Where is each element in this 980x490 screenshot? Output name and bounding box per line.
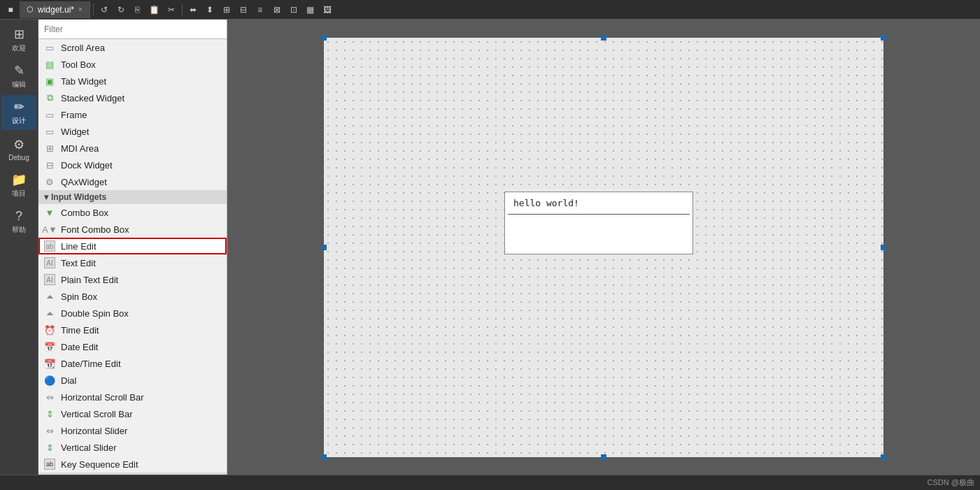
toolbar-align2[interactable]: ⬍ [202, 2, 218, 17]
debug-icon: ⚙ [13, 137, 24, 152]
canvas-textbox[interactable]: hello world! [504, 192, 693, 254]
handle-top-left [321, 35, 327, 41]
input-widgets-category[interactable]: ▾ Input Widgets [38, 190, 227, 204]
widget-frame[interactable]: ▭ Frame [38, 106, 227, 123]
iconbar-welcome[interactable]: ⊞ 欢迎 [1, 22, 36, 57]
filter-input[interactable] [38, 20, 227, 39]
combo-box-icon: ▼ [44, 207, 55, 218]
widget-text-edit[interactable]: AI Text Edit [38, 254, 227, 271]
tab-icon: ⬡ [27, 5, 34, 14]
widget-font-combo-box[interactable]: A▼ Font Combo Box [38, 221, 227, 238]
toolbar-align7[interactable]: ⊡ [286, 2, 301, 17]
tab-label: widget.ui* [38, 5, 74, 15]
iconbar-debug[interactable]: ⚙ Debug [1, 131, 36, 166]
widget-line-edit[interactable]: ab Line Edit [38, 238, 227, 254]
iconbar-help[interactable]: ? 帮助 [1, 204, 36, 239]
active-tab[interactable]: ⬡ widget.ui* × [20, 1, 90, 18]
widget-h-slider[interactable]: ⇔ Horizontal Slider [38, 422, 227, 439]
key-seq-edit-icon: ab [44, 459, 55, 470]
widget-stacked[interactable]: ⧉ Stacked Widget [38, 89, 227, 106]
widget-qaxwidget[interactable]: ⚙ QAxWidget [38, 173, 227, 190]
widget-mdi-area[interactable]: ⊞ MDI Area [38, 140, 227, 157]
watermark: CSDN @极曲 [928, 477, 974, 488]
handle-mid-right [881, 245, 886, 250]
main-layout: ⊞ 欢迎 ✎ 编辑 ✏ 设计 ⚙ Debug 📁 项目 ? 帮助 ▭ [0, 20, 980, 475]
v-scrollbar-icon: ⇕ [44, 408, 55, 419]
scroll-area-icon: ▭ [44, 42, 55, 53]
input-widgets-collapse-icon: ▾ [44, 192, 48, 202]
widget-icon: ▭ [44, 126, 55, 137]
handle-bottom-right [881, 454, 886, 460]
toolbar-redo[interactable]: ↻ [113, 2, 129, 17]
toolbar-undo[interactable]: ↺ [97, 2, 112, 17]
left-iconbar: ⊞ 欢迎 ✎ 编辑 ✏ 设计 ⚙ Debug 📁 项目 ? 帮助 [0, 20, 38, 475]
widget-scroll-area[interactable]: ▭ Scroll Area [38, 39, 227, 56]
toolbar-sep-1 [93, 3, 94, 16]
help-icon: ? [15, 209, 22, 224]
toolbar-sep-2 [182, 3, 183, 16]
tab-widget-icon: ▣ [44, 75, 55, 87]
widget-time-edit[interactable]: ⏰ Time Edit [38, 322, 227, 338]
toolbar-copy[interactable]: ⎘ [130, 2, 145, 17]
widget-plain-text-edit[interactable]: AI Plain Text Edit [38, 271, 227, 288]
toolbar-paste[interactable]: 📋 [147, 2, 162, 17]
qax-widget-icon: ⚙ [44, 176, 55, 187]
handle-top-center [601, 35, 606, 41]
double-spin-box-icon: ⏶ [44, 308, 55, 319]
widget-panel: ▭ Scroll Area ▤ Tool Box ▣ Tab Widget ⧉ … [38, 20, 227, 475]
widget-h-scrollbar[interactable]: ⇔ Horizontal Scroll Bar [38, 389, 227, 405]
widget-combo-box[interactable]: ▼ Combo Box [38, 204, 227, 221]
toolbar-align5[interactable]: ≡ [253, 2, 268, 17]
edit-icon: ✎ [14, 63, 24, 78]
h-scrollbar-icon: ⇔ [44, 391, 55, 403]
widget-date-edit[interactable]: 📅 Date Edit [38, 338, 227, 355]
canvas-textbox-content: hello world! [508, 195, 690, 211]
v-slider-icon: ⇕ [44, 442, 55, 453]
handle-top-right [881, 35, 886, 41]
font-combo-box-icon: A▼ [44, 224, 55, 235]
widget-key-sequence-edit[interactable]: ab Key Sequence Edit [38, 456, 227, 473]
design-icon: ✏ [14, 99, 24, 115]
datetime-edit-icon: 📆 [44, 358, 55, 369]
line-edit-icon: ab [44, 240, 55, 252]
widget-list: ▭ Scroll Area ▤ Tool Box ▣ Tab Widget ⧉ … [38, 39, 227, 475]
stacked-widget-icon: ⧉ [44, 92, 55, 103]
toolbar-new[interactable]: ■ [3, 2, 18, 17]
widget-dock-widget[interactable]: ⊟ Dock Widget [38, 157, 227, 173]
widget-dial[interactable]: 🔵 Dial [38, 372, 227, 389]
toolbar-cut[interactable]: ✂ [164, 2, 179, 17]
frame-icon: ▭ [44, 109, 55, 120]
handle-mid-left [321, 245, 327, 250]
handle-bottom-left [321, 454, 327, 460]
plain-text-edit-icon: AI [44, 274, 55, 285]
toolbar-image[interactable]: 🖼 [320, 2, 335, 17]
iconbar-design[interactable]: ✏ 设计 [1, 95, 36, 130]
toolbar-align3[interactable]: ⊞ [219, 2, 234, 17]
h-slider-icon: ⇔ [44, 425, 55, 436]
dock-widget-icon: ⊟ [44, 159, 55, 171]
widget-datetime-edit[interactable]: 📆 Date/Time Edit [38, 355, 227, 372]
bottom-bar: CSDN @极曲 [0, 475, 980, 490]
widget-spin-box[interactable]: ⏶ Spin Box [38, 288, 227, 305]
widget-v-scrollbar[interactable]: ⇕ Vertical Scroll Bar [38, 405, 227, 422]
top-toolbar: ■ ⬡ widget.ui* × ↺ ↻ ⎘ 📋 ✂ ⬌ ⬍ ⊞ ⊟ ≡ ⊠ ⊡… [0, 0, 980, 20]
widget-v-slider[interactable]: ⇕ Vertical Slider [38, 439, 227, 456]
welcome-icon: ⊞ [14, 27, 24, 42]
iconbar-edit[interactable]: ✎ 编辑 [1, 59, 36, 94]
widget-widget[interactable]: ▭ Widget [38, 123, 227, 140]
toolbar-align6[interactable]: ⊠ [269, 2, 285, 17]
widget-tab-widget[interactable]: ▣ Tab Widget [38, 73, 227, 89]
project-icon: 📁 [11, 172, 27, 187]
widget-double-spin-box[interactable]: ⏶ Double Spin Box [38, 305, 227, 322]
toolbar-align1[interactable]: ⬌ [185, 2, 201, 17]
widget-tool-box[interactable]: ▤ Tool Box [38, 56, 227, 73]
time-edit-icon: ⏰ [44, 324, 55, 336]
toolbar-align4[interactable]: ⊟ [236, 2, 251, 17]
toolbar-grid[interactable]: ▦ [303, 2, 318, 17]
tab-close-btn[interactable]: × [78, 6, 83, 13]
iconbar-project[interactable]: 📁 项目 [1, 168, 36, 203]
canvas-area[interactable]: hello world! [324, 38, 883, 457]
design-canvas[interactable]: hello world! [227, 20, 980, 475]
mdi-area-icon: ⊞ [44, 143, 55, 154]
date-edit-icon: 📅 [44, 341, 55, 352]
